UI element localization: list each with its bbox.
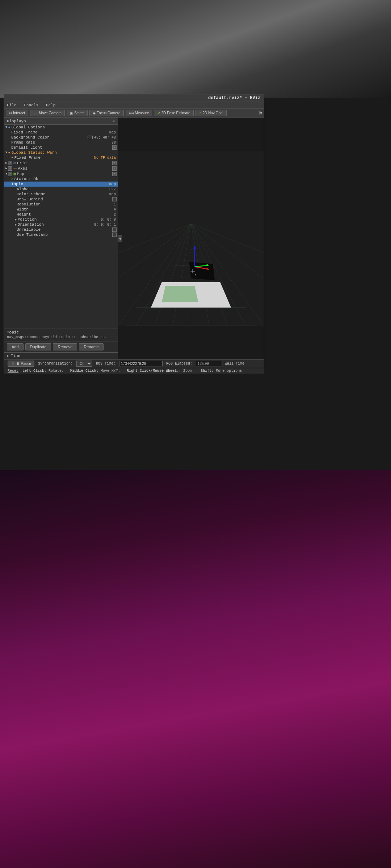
unreliable-check[interactable] [112, 227, 117, 232]
color-scheme-row[interactable]: Color Scheme map [4, 192, 118, 197]
unreliable-label: Unreliable [17, 227, 112, 232]
fixed-frame-row[interactable]: Fixed Frame map [4, 130, 118, 135]
title-bar: default.rviz* - RViz [4, 94, 264, 102]
add-button[interactable]: Add [7, 343, 24, 350]
ros-elapsed-input[interactable] [196, 361, 221, 366]
left-panel: Displays ✕ ▼ ● Global Options Fixed Fram… [4, 118, 118, 359]
info-desc: nav_msgs::OccupancyGrid topic to subscri… [7, 335, 115, 339]
map-visible-check[interactable]: ✓ [112, 172, 117, 176]
axes-visible-check[interactable]: ✓ [112, 166, 117, 171]
pose-estimate-button[interactable]: ↗ 2D Pose Estimate [154, 110, 193, 116]
position-row[interactable]: ▶ Position 0; 0; 0 [4, 217, 118, 222]
menu-help[interactable]: Help [45, 103, 56, 108]
grid-row[interactable]: ▶ ✓ ⊞ Grid ✓ [4, 160, 118, 166]
axes-check[interactable]: ✓ [8, 166, 12, 171]
menu-file[interactable]: File [6, 103, 17, 108]
orientation-value: 0; 0; 0; 1 [94, 223, 116, 227]
grid-check[interactable]: ✓ [8, 161, 12, 165]
default-light-row[interactable]: Default Light ✓ [4, 145, 118, 150]
default-light-check[interactable]: ✓ [112, 145, 117, 150]
use-timestamp-row[interactable]: Use Timestamp [4, 232, 118, 237]
remove-button[interactable]: Remove [53, 343, 77, 350]
pose-icon: ↗ [157, 111, 160, 115]
orientation-row[interactable]: ▶ Orientation 0; 0; 0; 1 [4, 222, 118, 227]
width-row[interactable]: Width 4 [4, 207, 118, 212]
map-label: Map [17, 172, 112, 176]
status-dot-orange: ● [8, 151, 10, 155]
info-box: Topic nav_msgs::OccupancyGrid topic to s… [4, 328, 118, 341]
3d-scene-svg: + [118, 118, 264, 359]
color-scheme-value: map [109, 192, 116, 196]
viewport[interactable]: ◀ [118, 118, 264, 359]
use-timestamp-label: Use Timestamp [17, 233, 112, 237]
move-camera-button[interactable]: 🎥 Move Camera [30, 110, 65, 116]
duplicate-button[interactable]: Duplicate [25, 343, 51, 350]
menu-panels[interactable]: Panels [23, 103, 39, 108]
fixed-frame-warn-row[interactable]: ● Fixed Frame No TF data [4, 155, 118, 160]
global-options-label: Global Options [11, 125, 118, 129]
global-options-row[interactable]: ▼ ● Global Options [4, 125, 118, 130]
reset-button[interactable]: Reset [8, 369, 18, 373]
nav-goal-button[interactable]: ↗ 2D Nav Goal [196, 110, 227, 116]
unreliable-row[interactable]: Unreliable [4, 227, 118, 232]
displays-tree[interactable]: ▼ ● Global Options Fixed Frame map Backg… [4, 125, 118, 328]
frame-rate-label: Frame Rate [11, 140, 112, 145]
ros-time-input[interactable] [119, 361, 163, 366]
wall-time-label: Wall Time [225, 362, 244, 366]
map-icon: ▦ [13, 171, 16, 176]
fixed-frame-label: Fixed Frame [11, 130, 109, 135]
displays-label: Displays [7, 119, 26, 123]
expand-arrow: ▼ [5, 125, 7, 129]
select-button[interactable]: ▣ Select [67, 110, 88, 116]
status-hint: Reset Left-Click: Rotate. Middle-Click: … [4, 368, 264, 374]
draw-behind-row[interactable]: Draw Behind [4, 197, 118, 202]
interact-button[interactable]: ⊙ Interact [6, 110, 28, 116]
grid-label: Grid [17, 161, 112, 165]
status-ok-label: Status: Ok [14, 177, 118, 181]
map-row[interactable]: ▼ ✓ ▦ Map ✓ [4, 171, 118, 176]
orientation-arrow: ▶ [15, 223, 17, 227]
frame-rate-value: 30 [112, 141, 116, 145]
alpha-row[interactable]: Alpha 0.7 [4, 187, 118, 192]
frame-rate-row[interactable]: Frame Rate 30 [4, 140, 118, 145]
resolution-label: Resolution [17, 202, 114, 207]
topic-value: map [109, 182, 116, 186]
time-arrow-icon: ▶ [7, 354, 9, 358]
status-expand-arrow: ▼ [5, 151, 7, 154]
global-status-row[interactable]: ▼ ● Global Status: Warn [4, 150, 118, 155]
rename-button[interactable]: Rename [79, 343, 104, 350]
resolution-row[interactable]: Resolution 1 [4, 202, 118, 207]
close-icon[interactable]: ✕ [112, 119, 115, 123]
position-label: Position [17, 217, 101, 222]
width-value: 4 [114, 208, 116, 212]
axes-row[interactable]: ▶ ✓ ⊹ Axes ✓ [4, 166, 118, 171]
color-swatch [88, 136, 93, 139]
grid-icon: ⊞ [13, 161, 16, 165]
sync-select[interactable]: Off [76, 361, 92, 367]
background-color-label: Background Color [11, 135, 88, 140]
pause-icon: ⏸ [11, 362, 14, 366]
use-timestamp-check[interactable] [112, 233, 117, 237]
map-check[interactable]: ✓ [8, 172, 12, 176]
default-light-label: Default Light [11, 145, 112, 150]
axes-label: Axes [18, 166, 112, 171]
background-color-row[interactable]: Background Color 48; 48; 48 [4, 135, 118, 140]
height-row[interactable]: Height 2 [4, 212, 118, 217]
no-tf-value: No TF data [94, 156, 116, 160]
collapse-arrow[interactable]: ◀ [118, 235, 122, 242]
toolbar: ⊙ Interact 🎥 Move Camera ▣ Select ◈ Focu… [4, 109, 264, 118]
draw-behind-check[interactable] [112, 197, 117, 201]
color-scheme-label: Color Scheme [17, 192, 109, 196]
resolution-value: 1 [114, 203, 116, 207]
pause-button[interactable]: ⏸ ⏸ Pause [8, 361, 34, 367]
grid-visible-check[interactable]: ✓ [112, 161, 117, 165]
ros-time-label: ROS Time: [96, 362, 115, 366]
focus-camera-button[interactable]: ◈ Focus Camera [89, 110, 124, 116]
draw-behind-label: Draw Behind [17, 197, 112, 201]
bg-bottom-photo [0, 470, 391, 868]
measure-button[interactable]: ⟺ Measure [126, 110, 152, 116]
orientation-label: Orientation [17, 222, 94, 227]
topic-row[interactable]: Topic map [4, 182, 118, 187]
height-value: 2 [114, 213, 116, 217]
menu-bar: File Panels Help [4, 102, 264, 109]
